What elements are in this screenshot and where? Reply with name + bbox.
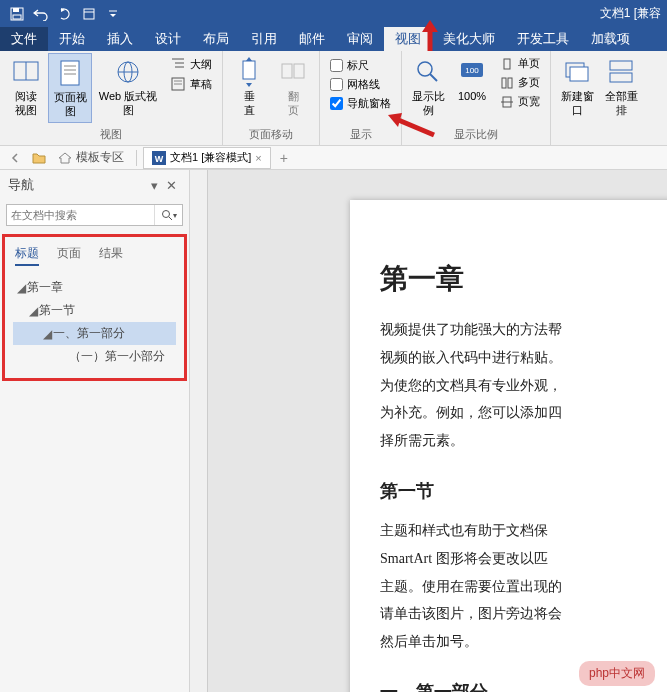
main-area: 导航 ▾ ✕ ▾ 标题 页面 结果 ◢第一章 ◢第一节 ◢一、第一部分 （一）第… [0,170,667,692]
tab-mail[interactable]: 邮件 [288,27,336,51]
folder-button[interactable] [28,148,50,168]
vertical-icon [233,56,265,88]
read-mode-icon [10,56,42,88]
nav-search-button[interactable]: ▾ [154,205,182,225]
svg-text:W: W [155,154,164,164]
one-page-icon [500,57,514,71]
svg-text:100: 100 [465,66,479,75]
qat-customize-dropdown[interactable] [102,3,124,25]
vertical-button[interactable]: 垂 直 [227,53,271,121]
navigation-pane: 导航 ▾ ✕ ▾ 标题 页面 结果 ◢第一章 ◢第一节 ◢一、第一部分 （一）第… [0,170,190,692]
add-tab-button[interactable]: + [273,148,295,168]
nav-close-button[interactable]: ✕ [162,178,181,193]
doc-paragraph: SmartArt 图形将会更改以匹 [380,547,667,571]
svg-rect-34 [570,67,588,81]
group-window: 新建窗口 全部重排 [551,51,647,145]
nav-tab-results[interactable]: 结果 [99,245,123,266]
document-area[interactable]: 第一章 视频提供了功能强大的方法帮 视频的嵌入代码中进行粘贴。 为使您的文档具有… [190,170,667,692]
nav-tabs: 标题 页面 结果 [7,241,182,274]
doc-paragraph: 视频提供了功能强大的方法帮 [380,318,667,342]
svg-rect-21 [243,61,255,79]
tree-item-subpart1[interactable]: （一）第一小部分 [13,345,176,368]
page-width-button[interactable]: 页宽 [498,93,542,110]
tab-addins[interactable]: 加载项 [580,27,641,51]
new-window-button[interactable]: 新建窗口 [555,53,599,121]
web-layout-icon [112,56,144,88]
draft-button[interactable]: 草稿 [168,75,214,93]
gridlines-checkbox[interactable]: 网格线 [328,76,393,93]
page[interactable]: 第一章 视频提供了功能强大的方法帮 视频的嵌入代码中进行粘贴。 为使您的文档具有… [350,200,667,692]
undo-button[interactable] [30,3,52,25]
nav-search-input[interactable] [7,205,154,225]
read-mode-button[interactable]: 阅读 视图 [4,53,48,121]
search-icon [161,209,173,221]
home-icon [58,152,72,164]
one-page-button[interactable]: 单页 [498,55,542,72]
outline-icon [170,56,186,72]
outline-tree: ◢第一章 ◢第一节 ◢一、第一部分 （一）第一小部分 [7,274,182,370]
web-layout-button[interactable]: Web 版式视图 [92,53,164,121]
svg-rect-3 [84,9,94,19]
template-zone-button[interactable]: 模板专区 [52,148,130,168]
tree-item-section1[interactable]: ◢第一节 [13,299,176,322]
tab-insert[interactable]: 插入 [96,27,144,51]
tab-beautify[interactable]: 美化大师 [432,27,506,51]
navpane-checkbox[interactable]: 导航窗格 [328,95,393,112]
outline-button[interactable]: 大纲 [168,55,214,73]
group-views: 阅读 视图 页面视图 Web 版式视图 大纲 草稿 视图 [0,51,223,145]
doc-paragraph: 然后单击加号。 [380,630,667,654]
tab-home[interactable]: 开始 [48,27,96,51]
new-window-icon [561,56,593,88]
tree-item-chapter1[interactable]: ◢第一章 [13,276,176,299]
hundred-percent-button[interactable]: 100 100% [450,53,494,107]
svg-rect-22 [282,64,292,78]
ribbon: 阅读 视图 页面视图 Web 版式视图 大纲 草稿 视图 [0,51,667,146]
tab-view[interactable]: 视图 [384,27,432,51]
flip-button[interactable]: 翻 页 [271,53,315,121]
arrange-all-button[interactable]: 全部重排 [599,53,643,121]
ribbon-tabs: 文件 开始 插入 设计 布局 引用 邮件 审阅 视图 美化大师 开发工具 加载项 [0,27,667,51]
nav-tab-headings[interactable]: 标题 [15,245,39,266]
svg-line-25 [430,74,437,81]
tree-item-part1[interactable]: ◢一、第一部分 [13,322,176,345]
nav-search-box[interactable]: ▾ [6,204,183,226]
title-bar: 文档1 [兼容 [0,0,667,27]
doc-paragraph: 为使您的文档具有专业外观， [380,374,667,398]
document-tab[interactable]: W 文档1 [兼容模式] × [143,147,271,169]
doc-paragraph: 主题和样式也有助于文档保 [380,519,667,543]
doc-h2: 第一节 [380,479,667,503]
qat-extra-button[interactable] [78,3,100,25]
tab-developer[interactable]: 开发工具 [506,27,580,51]
svg-rect-23 [294,64,304,78]
annotation-arrow-navpane [386,111,436,141]
doc-paragraph: 为补充。例如，您可以添加四 [380,401,667,425]
print-layout-button[interactable]: 页面视图 [48,53,92,123]
svg-line-37 [396,119,434,135]
nav-menu-button[interactable]: ▾ [147,178,162,193]
svg-rect-28 [504,59,510,69]
svg-rect-1 [13,8,19,12]
doc-paragraph: 视频的嵌入代码中进行粘贴。 [380,346,667,370]
nav-tab-pages[interactable]: 页面 [57,245,81,266]
save-button[interactable] [6,3,28,25]
nav-back-button[interactable] [4,148,26,168]
redo-button[interactable] [54,3,76,25]
document-bar: 模板专区 W 文档1 [兼容模式] × + [0,146,667,170]
svg-line-41 [169,217,172,220]
svg-point-40 [162,211,169,218]
tab-layout[interactable]: 布局 [192,27,240,51]
ruler-vertical [190,170,208,692]
ruler-checkbox[interactable]: 标尺 [328,57,393,74]
tab-file[interactable]: 文件 [0,27,48,51]
tab-design[interactable]: 设计 [144,27,192,51]
svg-rect-29 [502,78,506,88]
svg-rect-8 [61,61,79,85]
svg-point-24 [418,62,432,76]
close-tab-button[interactable]: × [255,152,261,164]
multi-page-button[interactable]: 多页 [498,74,542,91]
arrange-all-icon [605,56,637,88]
tab-references[interactable]: 引用 [240,27,288,51]
window-title: 文档1 [兼容 [600,5,661,22]
nav-annotation-box: 标题 页面 结果 ◢第一章 ◢第一节 ◢一、第一部分 （一）第一小部分 [2,234,187,381]
tab-review[interactable]: 审阅 [336,27,384,51]
